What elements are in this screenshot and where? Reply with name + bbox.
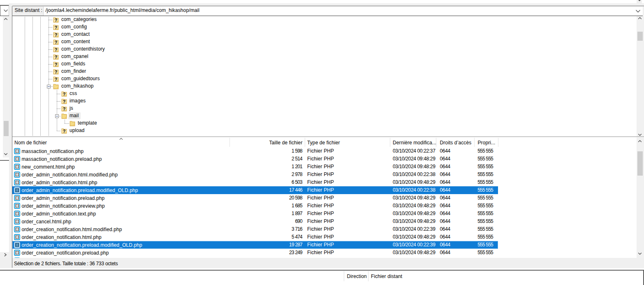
svg-text:?: ?	[54, 54, 57, 59]
svg-text:?: ?	[54, 62, 57, 67]
svg-text:?: ?	[63, 106, 65, 111]
svg-text:?: ?	[54, 47, 57, 52]
svg-text:?: ?	[63, 128, 65, 133]
svg-text:?: ?	[54, 17, 57, 22]
svg-text:?: ?	[54, 32, 57, 37]
svg-text:?: ?	[54, 25, 57, 30]
svg-text:?: ?	[63, 99, 65, 104]
svg-text:?: ?	[54, 69, 57, 74]
svg-text:?: ?	[63, 91, 65, 96]
svg-text:?: ?	[54, 39, 57, 44]
svg-text:?: ?	[54, 76, 57, 81]
